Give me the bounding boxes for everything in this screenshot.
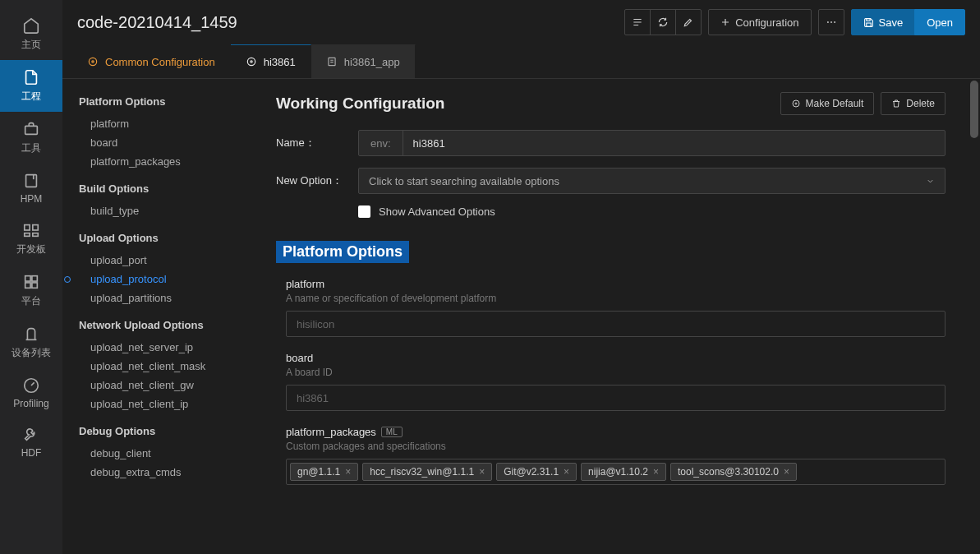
open-button[interactable]: Open	[914, 9, 965, 35]
platform-packages-tags[interactable]: gn@1.1.1× hcc_riscv32_win@1.1.1× Git@v2.…	[286, 459, 945, 485]
env-prefix: env:	[359, 131, 403, 155]
close-icon[interactable]: ×	[784, 466, 789, 478]
svg-point-19	[251, 61, 252, 62]
edit-icon	[683, 16, 694, 28]
svg-rect-1	[26, 175, 37, 187]
close-icon[interactable]: ×	[653, 466, 659, 478]
outline-upload-partitions[interactable]: upload_partitions	[79, 289, 276, 307]
delete-label: Delete	[906, 98, 935, 109]
configuration-button[interactable]: Configuration	[708, 9, 811, 35]
nav-profiling[interactable]: Profiling	[0, 368, 62, 418]
more-button[interactable]	[818, 9, 844, 35]
nav-project-label: 工程	[21, 90, 41, 104]
field-platform-name: platform	[286, 278, 945, 290]
page-title: code-20210414_1459	[77, 13, 237, 32]
tab-common-label: Common Configuration	[105, 56, 215, 68]
nav-tools-label: 工具	[21, 141, 41, 155]
outline-upload-protocol[interactable]: upload_protocol	[79, 270, 276, 289]
new-option-placeholder: Click to start searching available optio…	[369, 175, 559, 187]
svg-rect-9	[32, 283, 37, 288]
outline-platform-options[interactable]: Platform Options	[79, 95, 276, 108]
file-icon	[22, 68, 40, 86]
plus-icon	[720, 17, 730, 27]
field-platform-packages-desc: Custom packages and specifications	[286, 441, 945, 452]
show-advanced-label: Show Advanced Options	[379, 205, 495, 218]
close-icon[interactable]: ×	[479, 466, 485, 478]
nav-hdf[interactable]: HDF	[0, 418, 62, 467]
nav-project[interactable]: 工程	[0, 60, 62, 112]
nav-platform-label: 平台	[21, 294, 41, 308]
target-icon	[791, 99, 801, 108]
package-tag[interactable]: nijia@v1.10.2×	[581, 463, 666, 481]
nav-devboard[interactable]: 开发板	[0, 213, 62, 265]
svg-rect-4	[25, 233, 30, 237]
svg-rect-14	[866, 23, 870, 26]
show-advanced-checkbox[interactable]	[358, 205, 370, 218]
name-input[interactable]	[403, 131, 945, 155]
svg-rect-5	[33, 233, 38, 237]
tab-hi3861-app-label: hi3861_app	[344, 56, 400, 68]
svg-point-13	[834, 21, 835, 23]
close-icon[interactable]: ×	[564, 466, 569, 478]
target-icon	[246, 56, 257, 67]
wrench-icon	[22, 426, 40, 444]
list-button[interactable]	[624, 9, 651, 35]
outline-upload-options[interactable]: Upload Options	[79, 232, 276, 244]
outline-platform[interactable]: platform	[79, 114, 276, 133]
outline-debug-client[interactable]: debug_client	[79, 444, 276, 463]
package-tag[interactable]: tool_scons@3.30102.0×	[670, 463, 797, 481]
outline-platform-packages[interactable]: platform_packages	[79, 152, 276, 171]
scrollbar[interactable]	[968, 79, 980, 554]
delete-button[interactable]: Delete	[881, 92, 945, 115]
outline-upload-port[interactable]: upload_port	[79, 251, 276, 270]
tab-hi3861-app[interactable]: hi3861_app	[311, 44, 416, 78]
nav-platform[interactable]: 平台	[0, 265, 62, 316]
tab-common-config[interactable]: Common Configuration	[72, 44, 231, 78]
nav-hpm-label: HPM	[21, 193, 43, 205]
svg-rect-0	[25, 126, 38, 134]
board-input[interactable]	[286, 385, 945, 411]
outline-build-options[interactable]: Build Options	[79, 182, 276, 195]
open-label: Open	[927, 16, 953, 29]
package-tag[interactable]: gn@1.1.1×	[290, 463, 358, 481]
outline-upload-net-client-ip[interactable]: upload_net_client_ip	[79, 395, 276, 413]
svg-point-16	[89, 58, 96, 65]
svg-point-22	[795, 103, 797, 104]
svg-point-18	[247, 58, 255, 65]
toolbox-icon	[22, 120, 40, 138]
outline-debug-extra-cmds[interactable]: debug_extra_cmds	[79, 463, 276, 482]
list-icon	[632, 16, 643, 28]
grid-icon	[22, 273, 40, 291]
outline-upload-net-server-ip[interactable]: upload_net_server_ip	[79, 338, 276, 357]
nav-devicelist[interactable]: 设备列表	[0, 316, 62, 368]
outline-board[interactable]: board	[79, 133, 276, 152]
devboard-icon	[22, 221, 40, 239]
outline-network-upload-options[interactable]: Network Upload Options	[79, 319, 276, 331]
outline-upload-net-client-gw[interactable]: upload_net_client_gw	[79, 376, 276, 395]
trash-icon	[891, 99, 901, 108]
scrollbar-thumb[interactable]	[970, 81, 978, 138]
outline-build-type[interactable]: build_type	[79, 201, 276, 220]
svg-rect-8	[25, 283, 30, 288]
svg-rect-7	[32, 276, 37, 281]
new-option-select[interactable]: Click to start searching available optio…	[358, 168, 945, 194]
svg-rect-6	[25, 276, 30, 281]
make-default-button[interactable]: Make Default	[780, 92, 875, 115]
outline-debug-options[interactable]: Debug Options	[79, 425, 276, 437]
nav-home[interactable]: 主页	[0, 8, 62, 60]
svg-rect-3	[33, 225, 38, 230]
hpm-icon	[22, 172, 40, 190]
tab-hi3861[interactable]: hi3861	[231, 44, 311, 78]
nav-devicelist-label: 设备列表	[12, 346, 51, 360]
close-icon[interactable]: ×	[345, 466, 351, 478]
nav-tools[interactable]: 工具	[0, 112, 62, 164]
package-tag[interactable]: hcc_riscv32_win@1.1.1×	[362, 463, 492, 481]
edit-button[interactable]	[675, 9, 702, 35]
outline-upload-net-client-mask[interactable]: upload_net_client_mask	[79, 357, 276, 376]
package-tag[interactable]: Git@v2.31.1×	[496, 463, 577, 481]
refresh-button[interactable]	[650, 9, 676, 35]
save-button[interactable]: Save	[851, 9, 916, 35]
ellipsis-icon	[826, 16, 837, 28]
platform-input[interactable]	[286, 311, 945, 337]
nav-hpm[interactable]: HPM	[0, 164, 62, 213]
